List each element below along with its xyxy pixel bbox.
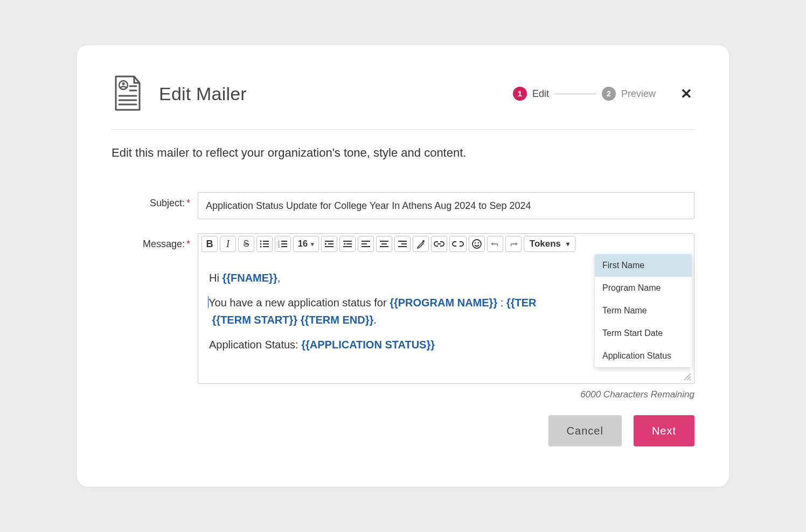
step-1-badge: 1 [513, 87, 527, 101]
term-start-token: {{TERM START}} [212, 314, 298, 326]
program-name-token: {{PROGRAM NAME}} [390, 297, 497, 309]
italic-button[interactable]: I [220, 236, 236, 252]
svg-marker-24 [343, 243, 345, 245]
header-left: Edit Mailer [112, 74, 247, 113]
svg-marker-20 [325, 243, 327, 245]
svg-text:3: 3 [278, 245, 280, 248]
redo-button[interactable] [505, 236, 522, 252]
svg-point-37 [473, 240, 481, 248]
required-mark: * [186, 239, 190, 249]
svg-point-7 [260, 241, 262, 242]
subject-input[interactable] [198, 192, 694, 219]
chevron-down-icon: ▾ [566, 240, 569, 248]
svg-point-39 [478, 242, 479, 243]
ordered-list-button[interactable]: 123 [275, 236, 291, 252]
align-left-button[interactable] [358, 236, 374, 252]
rich-text-editor: B I S 123 16 ▾ [198, 233, 694, 384]
greeting-post: , [277, 272, 281, 284]
svg-marker-40 [491, 242, 493, 246]
link-button[interactable] [431, 236, 447, 252]
step-edit[interactable]: 1 Edit [513, 87, 549, 101]
svg-point-1 [122, 82, 125, 85]
greeting-pre: Hi [209, 272, 222, 284]
subject-label-text: Subject: [150, 198, 185, 208]
modal-footer: Cancel Next [112, 415, 694, 446]
header-right: 1 Edit 2 Preview ✕ [513, 83, 694, 104]
resize-handle-icon[interactable] [682, 372, 692, 381]
message-label-text: Message: [143, 239, 185, 249]
subject-row: Subject:* [112, 192, 694, 219]
align-center-button[interactable] [376, 236, 392, 252]
message-label: Message:* [112, 233, 198, 250]
cancel-button[interactable]: Cancel [548, 415, 622, 446]
fname-token: {{FNAME}} [222, 272, 277, 284]
unordered-list-button[interactable] [256, 236, 273, 252]
application-status-token: {{APPLICATION STATUS}} [301, 339, 435, 351]
subject-label: Subject:* [112, 192, 198, 209]
instruction-text: Edit this mailer to reflect your organiz… [112, 146, 694, 160]
align-right-button[interactable] [394, 236, 411, 252]
modal-header: Edit Mailer 1 Edit 2 Preview ✕ [112, 74, 694, 130]
token-option-application-status[interactable]: Application Status [595, 345, 692, 367]
font-size-value: 16 [298, 239, 308, 249]
term-end-token: {{TERM END}} [301, 314, 374, 326]
tokens-dropdown-menu: First Name Program Name Term Name Term S… [595, 254, 692, 367]
required-mark: * [186, 198, 190, 208]
term-token-partial: {{TER [506, 297, 537, 309]
svg-point-36 [422, 240, 425, 242]
chevron-down-icon: ▾ [311, 241, 314, 248]
step-2-label: Preview [621, 88, 656, 100]
token-option-term-name[interactable]: Term Name [595, 299, 692, 322]
indent-button[interactable] [339, 236, 356, 252]
next-button[interactable]: Next [634, 415, 694, 446]
document-icon [112, 74, 144, 113]
outdent-button[interactable] [321, 236, 337, 252]
token-option-program-name[interactable]: Program Name [595, 277, 692, 299]
unlink-button[interactable] [449, 236, 467, 252]
step-preview[interactable]: 2 Preview [602, 87, 656, 101]
step-divider [554, 94, 596, 94]
close-icon[interactable]: ✕ [678, 83, 694, 104]
stepper: 1 Edit 2 Preview [513, 87, 656, 101]
bold-button[interactable]: B [202, 236, 218, 252]
svg-point-11 [260, 246, 262, 248]
line2-mid: : [497, 297, 506, 309]
token-option-first-name[interactable]: First Name [595, 254, 692, 277]
form-area: Subject:* Message:* B I S [112, 192, 694, 400]
step-1-label: Edit [532, 88, 549, 100]
edit-mailer-modal: Edit Mailer 1 Edit 2 Preview ✕ Edit this… [77, 45, 729, 487]
undo-button[interactable] [487, 236, 503, 252]
line2-pre: You have a new application status for [209, 297, 390, 309]
svg-point-9 [260, 243, 262, 245]
tokens-label: Tokens [530, 239, 561, 249]
characters-remaining: 6000 Characters Remaining [198, 389, 694, 400]
svg-line-44 [690, 379, 691, 380]
line3-post: . [373, 314, 377, 326]
strikethrough-button[interactable]: S [238, 236, 254, 252]
message-row: Message:* B I S 123 1 [112, 233, 694, 400]
svg-point-38 [475, 242, 476, 243]
step-2-badge: 2 [602, 87, 616, 101]
svg-marker-41 [516, 242, 518, 246]
editor-toolbar: B I S 123 16 ▾ [198, 234, 694, 254]
font-size-selector[interactable]: 16 ▾ [293, 236, 319, 252]
token-option-term-start-date[interactable]: Term Start Date [595, 322, 692, 345]
emoji-button[interactable] [469, 236, 485, 252]
modal-title: Edit Mailer [159, 83, 247, 104]
tokens-dropdown-button[interactable]: Tokens ▾ [524, 236, 575, 252]
line4-pre: Application Status: [209, 339, 301, 351]
color-picker-button[interactable] [413, 236, 429, 252]
